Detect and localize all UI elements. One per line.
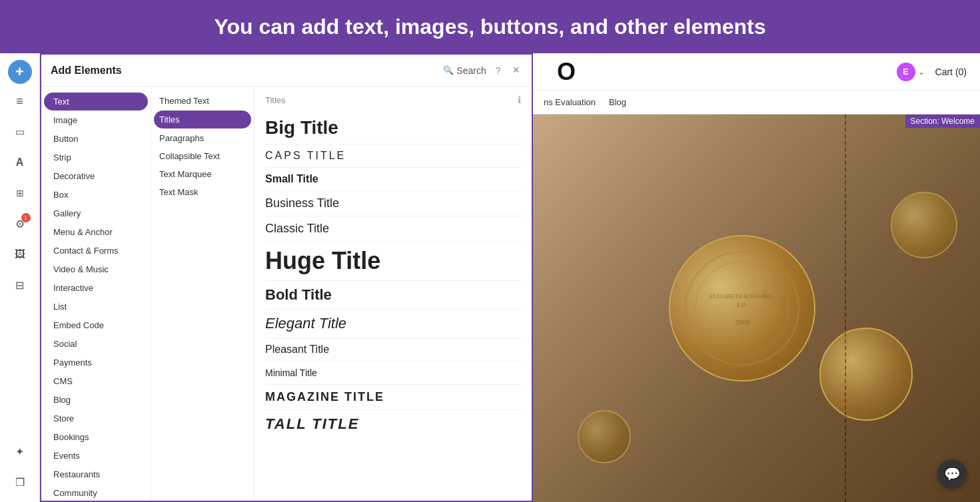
chat-icon: 💬	[944, 466, 961, 482]
coin-small2	[891, 192, 957, 258]
element-small-title[interactable]: Small Title	[265, 168, 521, 191]
nav-link-blog[interactable]: Blog	[609, 97, 626, 107]
category-cms[interactable]: CMS	[44, 372, 148, 390]
main-area: + ≡ ▭ A ⊞ ⚙ 1 🖼 ⊟ ✦ ❒	[0, 53, 980, 502]
category-text[interactable]: Text	[44, 93, 148, 111]
category-decorative[interactable]: Decorative	[44, 167, 148, 185]
category-list[interactable]: List	[44, 298, 148, 316]
sidebar-icon-promote[interactable]: ✦	[7, 438, 33, 465]
sidebar-icon-table[interactable]: ⊟	[7, 272, 33, 298]
pleasant-title-label: Pleasant Title	[265, 344, 329, 355]
promote-icon: ✦	[15, 445, 24, 458]
section-welcome-label: Section: Welcome	[905, 115, 981, 128]
coin-main: ELIZABETH II D·G·REG· F·D· 2009	[669, 235, 815, 381]
huge-title-label: Huge Title	[265, 247, 380, 274]
element-classic-title[interactable]: Classic Title	[265, 216, 521, 242]
cart-label[interactable]: Cart (0)	[935, 67, 967, 77]
pages-icon: ▭	[15, 126, 25, 138]
panel-title: Add Elements	[51, 65, 122, 77]
category-blog[interactable]: Blog	[44, 391, 148, 409]
sidebar-icon-apps[interactable]: ⊞	[7, 180, 33, 206]
info-icon[interactable]: ℹ	[518, 95, 521, 105]
search-area[interactable]: 🔍 Search	[443, 65, 486, 76]
category-events[interactable]: Events	[44, 447, 148, 465]
subcat-text-marquee[interactable]: Text Marquee	[151, 165, 254, 183]
category-image[interactable]: Image	[44, 111, 148, 129]
search-label: Search	[456, 65, 486, 76]
svg-text:F·D·: F·D·	[736, 302, 747, 308]
subcat-paragraphs[interactable]: Paragraphs	[151, 129, 254, 147]
bold-title-label: Bold Title	[265, 286, 332, 303]
element-business-title[interactable]: Business Title	[265, 191, 521, 216]
category-embed-code[interactable]: Embed Code	[44, 316, 148, 334]
svg-point-1	[696, 262, 789, 355]
preview-nav: O E ⌄ Cart (0)	[533, 53, 980, 91]
element-caps-title[interactable]: CAPS TITLE	[265, 144, 521, 168]
avatar: E	[897, 63, 915, 81]
close-icon[interactable]: ×	[510, 62, 522, 79]
category-community[interactable]: Community	[44, 484, 148, 501]
subcat-themed-text[interactable]: Themed Text	[151, 92, 254, 110]
element-tall-title[interactable]: TALL TITLE	[265, 410, 521, 438]
subcat-collapsible-text[interactable]: Collapsible Text	[151, 147, 254, 165]
sidebar-icon-layers[interactable]: ≡	[7, 88, 33, 115]
sidebar-icon-media[interactable]: 🖼	[7, 241, 33, 268]
element-big-title[interactable]: Big Title	[265, 112, 521, 144]
search-icon: 🔍	[443, 65, 454, 75]
subcat-text-mask[interactable]: Text Mask	[151, 183, 254, 201]
category-store[interactable]: Store	[44, 409, 148, 427]
help-icon[interactable]: ?	[493, 64, 504, 77]
sidebar-icon-pages[interactable]: ▭	[7, 119, 33, 145]
category-interactive[interactable]: Interactive	[44, 279, 148, 297]
element-elegant-title[interactable]: Elegant Title	[265, 310, 521, 338]
category-button[interactable]: Button	[44, 130, 148, 148]
coins-background: ELIZABETH II D·G·REG· F·D· 2009	[533, 115, 980, 502]
small-title-label: Small Title	[265, 173, 318, 184]
classic-title-label: Classic Title	[265, 222, 329, 235]
category-contact-forms[interactable]: Contact & Forms	[44, 242, 148, 260]
sidebar-icon-integrations[interactable]: ⚙ 1	[7, 210, 33, 237]
panel-header: Add Elements 🔍 Search ? ×	[41, 55, 532, 87]
dropdown-chevron: ⌄	[918, 67, 925, 77]
chat-bubble[interactable]: 💬	[937, 459, 967, 489]
stack-icon: ❒	[15, 476, 25, 489]
magazine-title-label: MAGAZINE TITLE	[265, 390, 384, 403]
sidebar-icon-layers2[interactable]: ❒	[7, 469, 33, 495]
svg-text:2009: 2009	[735, 318, 750, 326]
svg-text:ELIZABETH II D·G·REG·: ELIZABETH II D·G·REG·	[710, 293, 775, 300]
image-icon: 🖼	[15, 248, 25, 260]
elements-column: Titles ℹ Big Title CAPS TITLE Small Titl…	[254, 87, 532, 501]
category-video-music[interactable]: Video & Music	[44, 260, 148, 278]
element-huge-title[interactable]: Huge Title	[265, 242, 521, 281]
nav-link-evaluation[interactable]: ns Evaluation	[544, 97, 596, 107]
category-payments[interactable]: Payments	[44, 354, 148, 372]
typography-icon: A	[16, 156, 24, 168]
section-title: Titles	[265, 95, 286, 105]
apps-icon: ⊞	[16, 188, 24, 198]
coin-small1	[819, 328, 913, 421]
caps-title-label: CAPS TITLE	[265, 150, 346, 161]
elegant-title-label: Elegant Title	[265, 315, 346, 332]
preview-area: O E ⌄ Cart (0) ns Evaluation Blog Sectio…	[533, 53, 980, 502]
category-restaurants[interactable]: Restaurants	[44, 465, 148, 483]
category-bookings[interactable]: Bookings	[44, 428, 148, 446]
element-bold-title[interactable]: Bold Title	[265, 281, 521, 310]
element-pleasant-title[interactable]: Pleasant Title	[265, 338, 521, 362]
sidebar-icon-typography[interactable]: A	[7, 149, 33, 176]
business-title-label: Business Title	[265, 196, 339, 210]
category-social[interactable]: Social	[44, 335, 148, 353]
banner: You can add text, images, buttons, and o…	[0, 0, 980, 53]
element-magazine-title[interactable]: MAGAZINE TITLE	[265, 385, 521, 410]
subcat-titles[interactable]: Titles	[154, 111, 251, 128]
notification-badge: 1	[21, 213, 31, 222]
category-box[interactable]: Box	[44, 186, 148, 204]
svg-point-0	[686, 252, 799, 365]
user-menu[interactable]: E ⌄	[897, 63, 925, 81]
element-minimal-title[interactable]: Minimal Title	[265, 362, 521, 385]
minimal-title-label: Minimal Title	[265, 368, 317, 378]
left-sidebar: + ≡ ▭ A ⊞ ⚙ 1 🖼 ⊟ ✦ ❒	[0, 53, 40, 502]
category-strip[interactable]: Strip	[44, 148, 148, 166]
category-gallery[interactable]: Gallery	[44, 204, 148, 222]
sidebar-icon-add[interactable]: +	[8, 60, 32, 84]
category-menu-anchor[interactable]: Menu & Anchor	[44, 223, 148, 241]
